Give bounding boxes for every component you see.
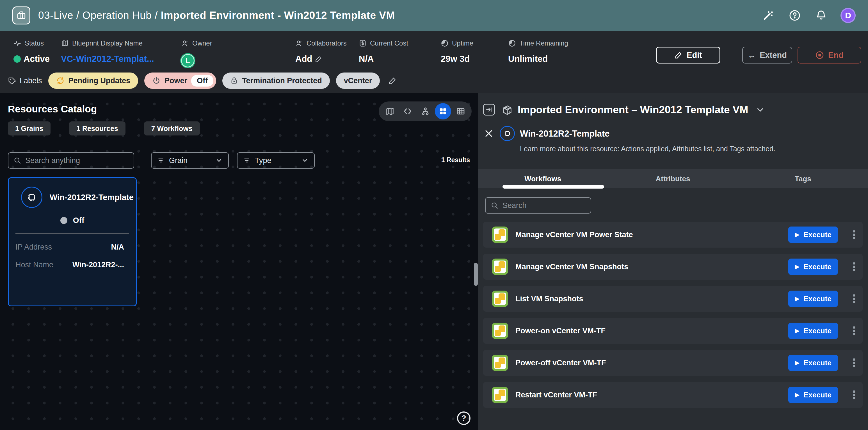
labels-title: Labels	[8, 77, 42, 85]
execute-button[interactable]: ▶Execute	[788, 227, 838, 243]
help-fab-button[interactable]: ?	[457, 411, 470, 425]
resource-card[interactable]: Win-2012R2-Template Off IP Address N/A H…	[8, 177, 137, 306]
type-filter-dropdown[interactable]: Type	[237, 152, 315, 169]
field-status: Status Active	[13, 39, 50, 64]
map-view-icon[interactable]	[382, 103, 398, 119]
kebab-menu-icon[interactable]: ⋮	[849, 360, 855, 366]
avatar-initial: D	[845, 11, 851, 20]
help-icon[interactable]	[788, 8, 802, 23]
execute-button[interactable]: ▶Execute	[788, 323, 838, 339]
tag-icon	[8, 77, 16, 85]
tab-attributes[interactable]: Attributes	[608, 169, 738, 188]
play-icon: ▶	[795, 359, 800, 367]
label-pill-termination-protected[interactable]: Termination Protected	[222, 73, 330, 89]
search-icon	[491, 202, 499, 209]
play-icon: ▶	[795, 231, 800, 238]
collapse-panel-button[interactable]	[483, 104, 495, 115]
workflow-name: Power-on vCenter VM-TF	[516, 326, 606, 335]
play-icon: ▶	[795, 327, 800, 335]
vsphere-workflow-icon	[492, 323, 508, 339]
panel-resize-handle[interactable]	[474, 263, 478, 286]
filter-icon	[157, 157, 164, 164]
catalog-search-input[interactable]	[25, 156, 129, 165]
workflow-row: Restart vCenter VM-TF ▶Execute ⋮	[483, 382, 863, 408]
magic-wand-icon[interactable]	[761, 8, 775, 23]
search-icon	[13, 156, 21, 165]
environment-summary-bar: Status Active Blueprint Display Name VC-…	[0, 31, 868, 93]
person-icon	[181, 39, 189, 47]
tab-tags[interactable]: Tags	[738, 169, 868, 188]
people-icon	[295, 39, 303, 47]
label-pill-power[interactable]: Power Off	[144, 73, 216, 89]
clock-icon	[441, 39, 448, 47]
play-icon: ▶	[795, 391, 800, 399]
catalog-search[interactable]	[8, 152, 134, 169]
workflow-row: Power-on vCenter VM-TF ▶Execute ⋮	[483, 318, 863, 344]
status-dot	[13, 55, 21, 63]
clock-icon	[508, 39, 516, 47]
workflows-search[interactable]	[485, 197, 591, 213]
field-current-cost: Current Cost N/A	[359, 39, 408, 64]
resources-canvas: Resources Catalog 1 Grains 1 Resources 7…	[0, 93, 478, 430]
kebab-menu-icon[interactable]: ⋮	[849, 231, 855, 238]
environment-cube-icon	[502, 105, 513, 116]
time-remaining-label: Time Remaining	[519, 39, 568, 47]
vsphere-workflow-icon	[492, 291, 508, 307]
notifications-bell-icon[interactable]	[814, 8, 828, 23]
code-view-icon[interactable]	[400, 103, 416, 119]
vsphere-workflow-icon	[492, 387, 508, 403]
end-button[interactable]: End	[798, 47, 861, 63]
kebab-menu-icon[interactable]: ⋮	[849, 295, 855, 302]
field-time-remaining: Time Remaining Unlimited	[508, 39, 568, 64]
extend-button[interactable]: ↔ Extend	[742, 47, 792, 63]
top-header-bar: 03-Live / Operation Hub / Imported Envir…	[0, 0, 868, 31]
user-avatar[interactable]: D	[840, 8, 856, 23]
execute-button[interactable]: ▶Execute	[788, 355, 838, 371]
blueprint-link[interactable]: VC-Win2012-Templat...	[61, 54, 154, 64]
power-state-dot	[60, 217, 67, 224]
workflow-name: List VM Snapshots	[516, 294, 583, 303]
card-power-state: Off	[73, 216, 84, 225]
collaborators-add[interactable]: Add	[295, 54, 347, 64]
breadcrumb[interactable]: 03-Live / Operation Hub / Imported Envir…	[38, 9, 395, 21]
briefcase-icon	[12, 6, 30, 24]
field-owner: Owner L	[181, 39, 212, 67]
execute-button[interactable]: ▶Execute	[788, 291, 838, 307]
resources-count-pill[interactable]: 1 Resources	[69, 121, 125, 136]
results-count: 1 Results	[441, 156, 470, 164]
chevron-down-icon[interactable]	[755, 105, 765, 115]
play-icon: ▶	[795, 295, 800, 303]
vsphere-workflow-icon	[492, 227, 508, 243]
close-icon[interactable]	[484, 129, 494, 138]
current-cost-label: Current Cost	[370, 39, 408, 47]
environment-title[interactable]: Imported Environment – Win2012 Template …	[518, 104, 765, 116]
kebab-menu-icon[interactable]: ⋮	[849, 392, 855, 398]
edit-labels-pencil-icon[interactable]	[388, 77, 397, 85]
kebab-menu-icon[interactable]: ⋮	[849, 327, 855, 334]
table-view-icon[interactable]	[453, 103, 469, 119]
refresh-icon	[56, 77, 65, 85]
label-pill-pending-updates[interactable]: Pending Updates	[48, 73, 138, 89]
label-pill-vcenter[interactable]: vCenter	[336, 73, 380, 89]
execute-button[interactable]: ▶Execute	[788, 259, 838, 275]
grains-count-pill[interactable]: 1 Grains	[8, 121, 51, 136]
execute-button[interactable]: ▶Execute	[788, 387, 838, 403]
workflows-search-input[interactable]	[502, 201, 586, 210]
owner-avatar[interactable]: L	[181, 54, 194, 67]
status-label: Status	[25, 39, 44, 47]
uptime-label: Uptime	[452, 39, 473, 47]
workflow-name: Restart vCenter VM-TF	[516, 391, 597, 399]
uptime-value: 29w 3d	[441, 54, 470, 64]
workflows-count-pill[interactable]: 7 Workflows	[144, 121, 200, 136]
field-uptime: Uptime 29w 3d	[441, 39, 473, 64]
workflow-row: Power-off vCenter VM-TF ▶Execute ⋮	[483, 350, 863, 376]
workflow-name: Manage vCenter VM Power State	[516, 230, 633, 239]
hierarchy-view-icon[interactable]	[417, 103, 433, 119]
grid-view-icon[interactable]	[435, 103, 451, 119]
power-state-chip: Off	[191, 75, 213, 87]
edit-button[interactable]: Edit	[656, 47, 720, 63]
breadcrumb-prefix[interactable]: 03-Live / Operation Hub /	[38, 9, 161, 21]
time-remaining-value: Unlimited	[508, 54, 548, 64]
grain-filter-dropdown[interactable]: Grain	[151, 152, 229, 169]
kebab-menu-icon[interactable]: ⋮	[849, 263, 855, 270]
